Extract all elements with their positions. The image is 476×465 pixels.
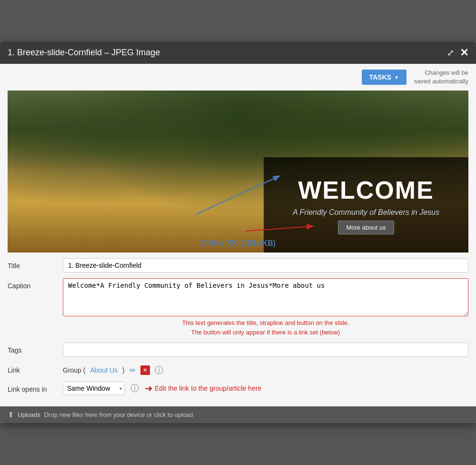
link-row: Link Group (About Us) ✏ ✕ ⓘ [8, 363, 468, 376]
header-controls: ⤢ ✕ [447, 47, 468, 59]
image-size-label: 2000 x 750 (153.4KB) [200, 239, 276, 248]
link-suffix: ) [122, 366, 125, 374]
expand-icon[interactable]: ⤢ [447, 48, 454, 58]
title-row: Title [8, 258, 468, 273]
upload-icon: ⬆ [8, 410, 14, 419]
link-opens-select[interactable]: Same Window New Window [63, 382, 125, 395]
link-annotation-text: Edit the link to the group/article here [155, 384, 261, 392]
caption-hint-line1: This text generates the title, strapline… [63, 318, 468, 328]
tasks-label: TASKS [369, 73, 391, 81]
modal-title: 1. Breeze-slide-Cornfield – JPEG Image [8, 48, 160, 58]
auto-save-text: Changes will be saved automatically [414, 69, 468, 86]
welcome-overlay: WELCOME A Friendly Community of Believer… [264, 157, 468, 253]
edit-link-icon[interactable]: ✏ [129, 366, 136, 375]
link-annotation: ➜ Edit the link to the group/article her… [145, 383, 261, 394]
form-area: Title Caption This text generates the ti… [0, 253, 476, 406]
link-prefix: Group ( [63, 366, 85, 374]
uploads-label: Uploads [18, 411, 40, 418]
toolbar: TASKS ▼ Changes will be saved automatica… [0, 64, 476, 91]
drop-text: Drop new files here from your device or … [44, 411, 193, 418]
tags-label: Tags [8, 343, 55, 354]
welcome-more-button[interactable]: More about us [338, 221, 394, 234]
bottom-bar: ⬆ Uploads Drop new files here from your … [0, 406, 476, 423]
link-opens-select-wrapper: Same Window New Window ▾ [63, 382, 125, 395]
link-opens-info-icon[interactable]: ⓘ [130, 383, 139, 394]
welcome-subtitle: A Friendly Community of Believers in Jes… [293, 208, 439, 217]
link-opens-row: Link opens in Same Window New Window ▾ ⓘ… [8, 382, 468, 395]
link-opens-label: Link opens in [8, 382, 55, 393]
link-info-icon[interactable]: ⓘ [155, 364, 163, 376]
welcome-title: WELCOME [298, 176, 434, 204]
modal-header: 1. Breeze-slide-Cornfield – JPEG Image ⤢… [0, 42, 476, 64]
link-controls: Group (About Us) ✏ ✕ ⓘ [63, 363, 163, 376]
caption-label: Caption [8, 278, 55, 290]
link-opens-controls: Same Window New Window ▾ ⓘ ➜ Edit the li… [63, 382, 261, 395]
tasks-button[interactable]: TASKS ▼ [362, 70, 407, 85]
auto-save-line1: Changes will be [414, 69, 468, 77]
delete-link-icon[interactable]: ✕ [140, 365, 150, 375]
tasks-arrow-icon: ▼ [394, 75, 399, 80]
title-label: Title [8, 258, 55, 270]
tags-input[interactable] [63, 343, 468, 357]
close-icon[interactable]: ✕ [460, 47, 468, 59]
auto-save-line2: saved automatically [414, 77, 468, 86]
link-label: Link [8, 363, 55, 374]
caption-row: Caption This text generates the title, s… [8, 278, 468, 337]
caption-hint: This text generates the title, strapline… [63, 318, 468, 337]
tags-row: Tags [8, 343, 468, 357]
caption-textarea[interactable] [63, 278, 468, 316]
title-input[interactable] [63, 258, 468, 273]
caption-hint-line2: The button will only appear if there is … [63, 328, 468, 337]
image-container: WELCOME A Friendly Community of Believer… [8, 91, 468, 253]
modal-container: 1. Breeze-slide-Cornfield – JPEG Image ⤢… [0, 42, 476, 423]
caption-col: This text generates the title, strapline… [63, 278, 468, 337]
upload-area[interactable]: ⬆ Uploads Drop new files here from your … [8, 410, 468, 419]
link-group-name: About Us [90, 366, 118, 374]
red-arrow-icon: ➜ [145, 383, 153, 394]
